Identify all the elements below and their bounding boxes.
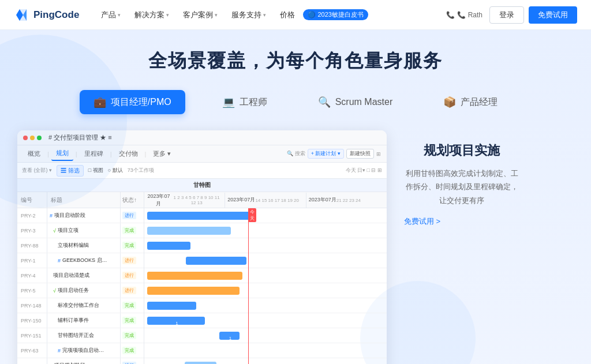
tab-delivery[interactable]: 交付物 <box>114 147 143 160</box>
gantt-bar <box>147 227 231 235</box>
column-header: 编号 标题 状态↑ <box>17 192 144 208</box>
col-status-header: 状态↑ <box>121 192 144 208</box>
sidebar-cta-link[interactable]: 免费试用 > <box>404 216 519 227</box>
chart-row-2 <box>144 238 387 253</box>
table-row: PRY-148 标准交付物工作台 完成 <box>17 298 144 313</box>
scrum-icon: 🔍 <box>318 96 331 108</box>
gantt-project-title: # 交付型项目管理 ★ ≡ <box>48 133 112 142</box>
filter-button[interactable]: ☰ 筛选 <box>57 165 84 177</box>
tab-milestone[interactable]: 里程碑 <box>80 147 108 160</box>
chart-row-10 <box>144 358 387 364</box>
nav-support[interactable]: 服务支持 ▾ <box>226 6 272 24</box>
feature-sidebar: 规划项目实施 利用甘特图高效完成计划制定、工作拆分、时间规划及里程碑确定，让交付… <box>387 130 531 227</box>
gantt-bar: 1 <box>219 332 240 340</box>
table-row: PRY-8 # 项目规划阶段 进行 <box>17 358 144 364</box>
role-tabs: 💼 项目经理/PMO 💻 工程师 🔍 Scrum Master 📦 产品经理 <box>0 90 591 114</box>
chevron-icon: ▾ <box>263 12 266 18</box>
hero-section: 全场景覆盖，为每个角色量身服务 💼 项目经理/PMO 💻 工程师 🔍 Scrum… <box>0 30 591 364</box>
view-button[interactable]: □ 视图 <box>88 167 103 174</box>
nav-actions: 登录 免费试用 <box>489 6 577 24</box>
gantt-bar <box>147 287 240 295</box>
chart-row-1 <box>144 223 387 238</box>
gantt-main: 编号 标题 状态↑ PRY-2 # 项目启动阶段 <box>17 192 387 364</box>
chart-row-0 <box>144 208 387 223</box>
today-label: 今天 <box>248 208 256 222</box>
nav-products[interactable]: 产品 ▾ <box>95 6 126 24</box>
table-row: PRY-88 立项材料编辑 完成 <box>17 238 144 253</box>
table-row: PRY-4 项目启动清楚成 进行 <box>17 268 144 283</box>
role-tab-engineer[interactable]: 💻 工程师 <box>208 90 281 114</box>
close-dot <box>23 136 28 140</box>
month-group-2: 2023年07月14 15 16 17 18 19 20 <box>225 193 306 208</box>
engineer-icon: 💻 <box>222 96 235 108</box>
chart-row-9 <box>144 343 387 358</box>
gantt-topbar: # 交付型项目管理 ★ ≡ <box>17 130 387 145</box>
maximize-dot <box>37 136 42 140</box>
role-tab-product[interactable]: 📦 产品经理 <box>429 90 511 114</box>
nav-solutions[interactable]: 解决方案 ▾ <box>129 6 175 24</box>
col-id-header: 编号 <box>17 192 47 208</box>
chart-row-7: 1 <box>144 313 387 328</box>
table-row: PRY-1 # GEEKBOOKS 启… 进行 <box>17 253 144 268</box>
pingcode-logo-icon <box>14 7 30 23</box>
scope-selector[interactable]: 查看 (全部) ▾ <box>22 167 52 174</box>
gantt-chart: # 交付型项目管理 ★ ≡ 概览 | 规划 | 里程碑 | 交付物 | 更多 ▾… <box>17 130 387 364</box>
gantt-bar <box>185 362 216 365</box>
gantt-bar: 1 <box>147 317 205 325</box>
pm-icon: 💼 <box>93 96 106 108</box>
chart-row-6 <box>144 298 387 313</box>
month-group-3: 2023年07月21 22 23 24 <box>306 193 387 208</box>
table-row: PRY-150 辅料订单事件 完成 <box>17 313 144 328</box>
logo[interactable]: PingCode <box>14 7 79 23</box>
gantt-bar <box>147 242 190 250</box>
table-row: PRY-2 # 项目启动阶段 进行 <box>17 208 144 223</box>
search-label: 🔍 搜索 <box>287 150 305 157</box>
hero-title: 全场景覆盖，为每个角色量身服务 <box>0 48 591 74</box>
product-icon: 📦 <box>443 96 456 108</box>
new-sprint-btn[interactable]: 新建快照 <box>346 149 374 159</box>
tab-plan[interactable]: 规划 <box>51 147 73 161</box>
table-row: PRY-3 √ 项目立项 完成 <box>17 223 144 238</box>
chevron-icon: ▾ <box>118 12 121 18</box>
login-button[interactable]: 登录 <box>489 6 524 24</box>
chart-row-4 <box>144 268 387 283</box>
nav-cases[interactable]: 客户案例 ▾ <box>177 6 223 24</box>
gantt-left-panel: 编号 标题 状态↑ PRY-2 # 项目启动阶段 <box>17 192 144 364</box>
gantt-bar <box>186 257 246 265</box>
page-wrapper: PingCode 产品 ▾ 解决方案 ▾ 客户案例 ▾ 服务支持 ▾ 价格 🔵 … <box>0 0 591 364</box>
gantt-tabs: 概览 | 规划 | 里程碑 | 交付物 | 更多 ▾ 🔍 搜索 + 新建计划 ▾… <box>17 145 387 163</box>
grid-icon: ⊞ <box>376 151 381 157</box>
tab-more[interactable]: 更多 ▾ <box>148 147 175 160</box>
nav-phone: 📞 📞 Rath <box>446 11 482 19</box>
gantt-chart-area: 2023年07月1 2 3 4 5 6 7 8 9 10 11 12 13 20… <box>144 192 387 364</box>
gantt-bar <box>147 212 254 220</box>
sidebar-title: 规划项目实施 <box>404 142 519 160</box>
new-plan-btn[interactable]: + 新建计划 ▾ <box>308 149 344 159</box>
nav-pricing[interactable]: 价格 <box>274 6 301 24</box>
default-button[interactable]: ○ 默认 <box>108 167 123 174</box>
trial-button[interactable]: 免费试用 <box>529 6 577 24</box>
role-tab-scrum[interactable]: 🔍 Scrum Master <box>304 90 407 114</box>
role-tab-pm[interactable]: 💼 项目经理/PMO <box>80 90 185 114</box>
nav-links: 产品 ▾ 解决方案 ▾ 客户案例 ▾ 服务支持 ▾ 价格 🔵 2023敏捷白皮书 <box>95 6 446 24</box>
gantt-bars: 今天 <box>144 208 387 364</box>
month-group-1: 2023年07月1 2 3 4 5 6 7 8 9 10 11 12 13 <box>144 193 225 208</box>
nav-badge[interactable]: 🔵 2023敏捷白皮书 <box>303 9 368 20</box>
gantt-bar <box>147 302 196 310</box>
chart-row-8: 1 <box>144 328 387 343</box>
table-row: PRY-63 # 完项项项自启动… 完成 <box>17 343 144 358</box>
today-line: 今天 <box>248 208 249 364</box>
minimize-dot <box>30 136 35 140</box>
navbar: PingCode 产品 ▾ 解决方案 ▾ 客户案例 ▾ 服务支持 ▾ 价格 🔵 … <box>0 0 591 30</box>
window-controls <box>23 136 42 140</box>
sidebar-description: 利用甘特图高效完成计划制定、工作拆分、时间规划及里程碑确定，让交付更有序 <box>404 167 519 207</box>
today-toggle[interactable]: 今天 日▾ □ ⊟ ⊞ <box>346 167 382 174</box>
content-area: # 交付型项目管理 ★ ≡ 概览 | 规划 | 里程碑 | 交付物 | 更多 ▾… <box>0 130 591 364</box>
phone-icon: 📞 <box>446 11 455 19</box>
table-row: PRY-5 √ 项目启动任务 进行 <box>17 283 144 298</box>
tab-overview[interactable]: 概览 <box>23 147 45 160</box>
logo-text: PingCode <box>33 9 79 21</box>
date-header: 2023年07月1 2 3 4 5 6 7 8 9 10 11 12 13 20… <box>144 192 387 208</box>
col-title-header: 标题 <box>47 192 121 208</box>
chart-row-5 <box>144 283 387 298</box>
